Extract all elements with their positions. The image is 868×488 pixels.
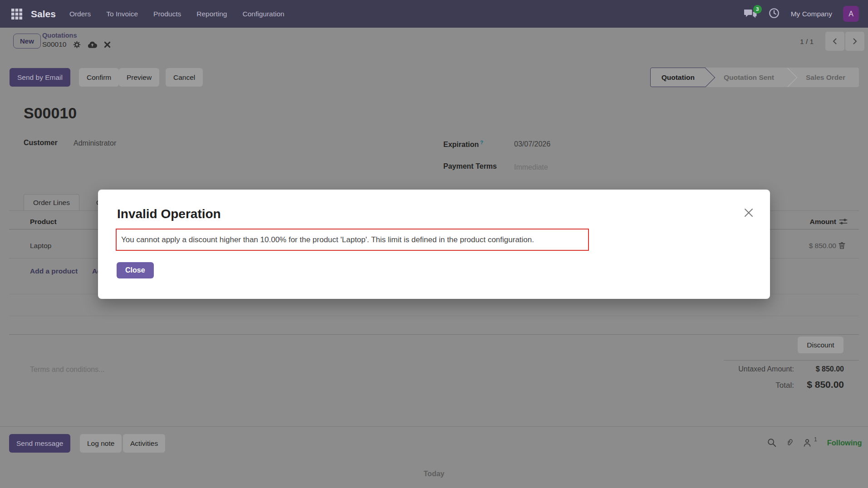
record-actions-gear-icon[interactable] (73, 41, 81, 49)
stage-sales-order[interactable]: Sales Order (788, 68, 859, 87)
save-cloud-icon[interactable] (88, 41, 97, 49)
company-switcher[interactable]: My Company (791, 10, 832, 18)
terms-and-conditions-field[interactable]: Terms and conditions... (30, 366, 105, 374)
send-message-button[interactable]: Send message (9, 434, 70, 453)
discard-x-icon[interactable] (104, 41, 111, 48)
help-icon: ? (480, 140, 483, 145)
breadcrumb-parent-link[interactable]: Quotations (42, 32, 111, 39)
untaxed-amount-row: Untaxed Amount: $ 850.00 (738, 365, 844, 373)
breadcrumb: Quotations S00010 (42, 32, 111, 49)
invalid-operation-dialog: Invalid Operation You cannot apply a dis… (98, 190, 770, 299)
table-row-product-cell[interactable]: Laptop (30, 242, 51, 250)
nav-item-products[interactable]: Products (153, 10, 181, 18)
page: Sales Orders To Invoice Products Reporti… (0, 0, 868, 488)
top-navbar: Sales Orders To Invoice Products Reporti… (0, 0, 868, 28)
payment-terms-label: Payment Terms (443, 162, 497, 171)
nav-item-reporting[interactable]: Reporting (196, 10, 227, 18)
pager-next-button[interactable] (845, 32, 864, 51)
tab-order-lines[interactable]: Order Lines (24, 194, 79, 211)
stage-quotation[interactable]: Quotation (650, 68, 706, 87)
add-a-product-link[interactable]: Add a product (30, 267, 78, 275)
search-messages-icon[interactable] (767, 438, 777, 448)
total-label: Total: (775, 381, 794, 390)
statusbar: Quotation Quotation Sent Sales Order (650, 68, 859, 87)
messages-icon[interactable]: 3 (744, 8, 757, 20)
today-divider: Today (424, 470, 445, 478)
customer-field[interactable]: Administrator (74, 139, 116, 147)
total-value: $ 850.00 (794, 379, 844, 390)
app-name[interactable]: Sales (31, 9, 56, 20)
followers-icon[interactable] (802, 438, 812, 448)
nav-item-orders[interactable]: Orders (69, 10, 91, 18)
confirm-button[interactable]: Confirm (79, 68, 119, 87)
column-header-product: Product (30, 218, 57, 226)
table-row-amount-cell[interactable]: $ 850.00 (809, 242, 836, 250)
activity-clock-icon[interactable] (768, 7, 780, 21)
untaxed-amount-value: $ 850.00 (794, 365, 844, 373)
total-row: Total: $ 850.00 (775, 379, 844, 390)
column-header-amount: Amount (809, 218, 836, 226)
customer-label: Customer (24, 139, 58, 147)
untaxed-amount-label: Untaxed Amount: (738, 365, 794, 373)
cancel-button[interactable]: Cancel (166, 68, 203, 87)
nav-item-configuration[interactable]: Configuration (242, 10, 284, 18)
nav-item-to-invoice[interactable]: To Invoice (106, 10, 138, 18)
new-button[interactable]: New (13, 34, 41, 49)
optional-columns-icon[interactable] (839, 217, 848, 228)
pager-count: 1 / 1 (800, 38, 814, 46)
record-title: S00010 (24, 104, 77, 122)
following-button[interactable]: Following (827, 439, 862, 447)
attachments-paperclip-icon[interactable] (785, 438, 794, 448)
payment-terms-field[interactable]: Immediate (514, 163, 548, 171)
error-message: You cannot apply a discount higher than … (116, 229, 589, 251)
message-count-badge: 3 (753, 5, 762, 14)
discount-button[interactable]: Discount (798, 337, 843, 353)
dialog-close-x-icon[interactable] (744, 208, 754, 219)
breadcrumb-current: S00010 (42, 40, 66, 49)
expiration-field[interactable]: 03/07/2026 (514, 140, 550, 148)
preview-button[interactable]: Preview (119, 68, 159, 87)
follower-count: 1 (814, 436, 817, 443)
expiration-label: Expiration? (443, 140, 483, 149)
user-avatar[interactable]: A (843, 6, 859, 22)
delete-row-trash-icon[interactable] (838, 241, 846, 250)
activities-button[interactable]: Activities (123, 434, 165, 453)
send-by-email-button[interactable]: Send by Email (10, 68, 70, 87)
pager-previous-button[interactable] (825, 32, 844, 51)
dialog-title: Invalid Operation (117, 207, 221, 221)
dialog-close-button[interactable]: Close (117, 262, 154, 278)
stage-quotation-sent[interactable]: Quotation Sent (706, 68, 788, 87)
apps-grid-icon[interactable] (9, 6, 25, 22)
log-note-button[interactable]: Log note (80, 434, 122, 453)
